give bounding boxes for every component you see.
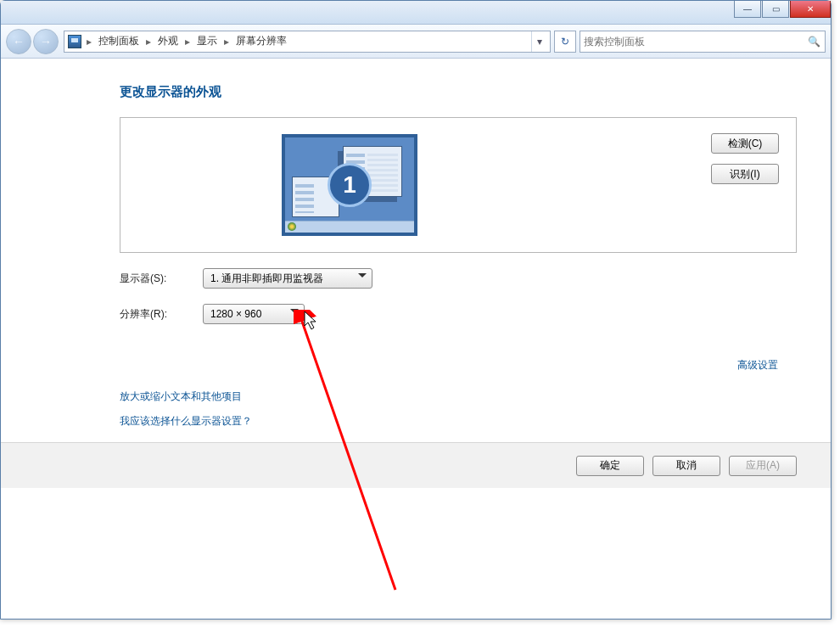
address-bar[interactable]: ▸ 控制面板 ▸ 外观 ▸ 显示 ▸ 屏幕分辨率 ▾ xyxy=(64,31,551,53)
help-links: 放大或缩小文本和其他项目 我应该选择什么显示器设置？ xyxy=(120,390,797,429)
close-button[interactable]: ✕ xyxy=(790,1,831,18)
advanced-settings-link[interactable]: 高级设置 xyxy=(737,358,778,373)
display-label: 显示器(S): xyxy=(120,272,194,286)
breadcrumb-sep: ▸ xyxy=(144,36,153,48)
maximize-button[interactable]: ▭ xyxy=(762,1,789,18)
breadcrumb-item[interactable]: 控制面板 xyxy=(97,34,141,48)
search-icon[interactable]: 🔍 xyxy=(806,36,821,48)
breadcrumb-item[interactable]: 屏幕分辨率 xyxy=(234,34,288,48)
forward-button[interactable]: → xyxy=(33,29,59,54)
resolution-dropdown-value: 1280 × 960 xyxy=(210,308,261,320)
search-input[interactable] xyxy=(584,36,806,48)
titlebar: — ▭ ✕ xyxy=(1,1,831,25)
refresh-button[interactable]: ↻ xyxy=(554,31,576,53)
nav-back-forward: ← → xyxy=(6,29,60,54)
text-size-link[interactable]: 放大或缩小文本和其他项目 xyxy=(120,390,797,404)
address-dropdown-icon[interactable]: ▾ xyxy=(531,31,546,52)
resolution-row: 分辨率(R): 1280 × 960 xyxy=(120,304,797,324)
display-row: 显示器(S): 1. 通用非即插即用监视器 xyxy=(120,268,797,289)
what-settings-link[interactable]: 我应该选择什么显示器设置？ xyxy=(120,414,797,429)
nav-row: ← → ▸ 控制面板 ▸ 外观 ▸ 显示 ▸ 屏幕分辨率 ▾ ↻ 🔍 xyxy=(1,25,831,59)
monitor-icon xyxy=(68,35,81,48)
window: — ▭ ✕ ← → ▸ 控制面板 ▸ 外观 ▸ 显示 ▸ 屏幕分辨率 ▾ ↻ 🔍… xyxy=(0,0,832,620)
apply-button[interactable]: 应用(A) xyxy=(729,456,797,476)
monitor-thumbnail[interactable]: 1 xyxy=(282,134,417,236)
breadcrumb-item[interactable]: 外观 xyxy=(156,34,180,48)
back-button[interactable]: ← xyxy=(6,29,31,54)
monitor-preview-box: 1 检测(C) 识别(I) xyxy=(120,117,797,253)
ok-button[interactable]: 确定 xyxy=(576,456,644,476)
minimize-button[interactable]: — xyxy=(734,1,761,18)
identify-button[interactable]: 识别(I) xyxy=(711,164,779,184)
start-button-icon xyxy=(288,222,296,231)
display-dropdown-value: 1. 通用非即插即用监视器 xyxy=(210,272,323,286)
breadcrumb-sep: ▸ xyxy=(85,36,93,48)
advanced-row: 高级设置 xyxy=(120,358,778,373)
cancel-button[interactable]: 取消 xyxy=(652,456,720,476)
taskbar-icon xyxy=(285,221,414,233)
chevron-down-icon xyxy=(290,309,299,317)
display-dropdown[interactable]: 1. 通用非即插即用监视器 xyxy=(203,268,372,289)
monitor-number-badge: 1 xyxy=(328,163,372,207)
content-area: 更改显示器的外观 1 检测(C) 识别(I) 显示器(S): xyxy=(1,59,831,446)
monitor-side-buttons: 检测(C) 识别(I) xyxy=(711,133,779,184)
resolution-label: 分辨率(R): xyxy=(120,307,194,322)
breadcrumb-sep: ▸ xyxy=(222,36,231,48)
bottom-button-bar: 确定 取消 应用(A) xyxy=(1,442,831,488)
search-box[interactable]: 🔍 xyxy=(580,31,826,53)
breadcrumb-item[interactable]: 显示 xyxy=(195,34,219,48)
breadcrumb-sep: ▸ xyxy=(183,36,192,48)
page-title: 更改显示器的外观 xyxy=(120,84,797,100)
detect-button[interactable]: 检测(C) xyxy=(711,133,779,154)
chevron-down-icon xyxy=(358,273,367,282)
resolution-dropdown[interactable]: 1280 × 960 xyxy=(203,304,305,324)
